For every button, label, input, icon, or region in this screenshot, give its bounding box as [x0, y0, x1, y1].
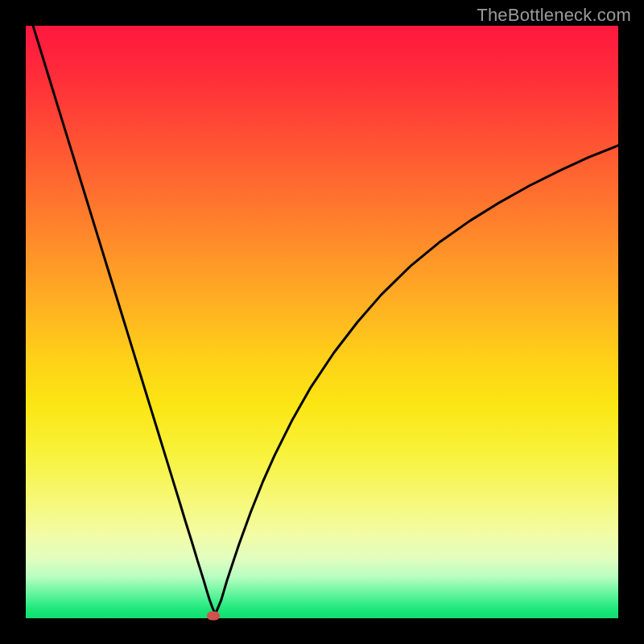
watermark-text: TheBottleneck.com: [477, 5, 631, 26]
chart-frame: TheBottleneck.com: [0, 0, 644, 644]
bottleneck-curve: [26, 26, 618, 618]
plot-area: [26, 26, 618, 618]
optimum-marker: [207, 612, 220, 621]
